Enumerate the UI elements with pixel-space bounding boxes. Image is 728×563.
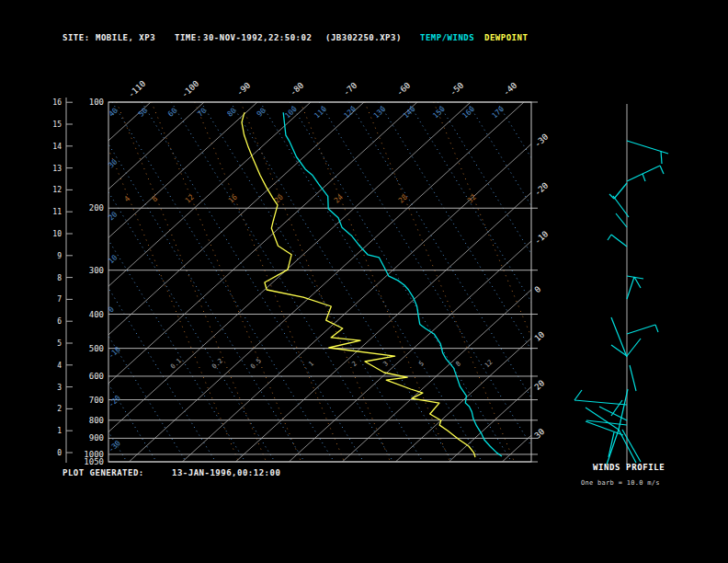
pressure-labels: 10020030040050060070080090010001050: [84, 98, 104, 466]
svg-text:-10: -10: [533, 229, 551, 246]
plot-generated-value: 13-JAN-1996,00:12:00: [172, 468, 280, 477]
svg-text:16: 16: [227, 192, 239, 204]
svg-text:0: 0: [57, 449, 62, 457]
svg-text:7: 7: [57, 295, 62, 304]
svg-text:-20: -20: [107, 394, 122, 409]
svg-text:2: 2: [57, 405, 62, 413]
svg-text:140: 140: [402, 105, 417, 121]
svg-text:900: 900: [89, 433, 104, 442]
plot-generated-label: PLOT GENERATED:: [63, 468, 144, 477]
svg-text:120: 120: [343, 105, 358, 121]
svg-text:1: 1: [57, 427, 62, 435]
dewpoint-curve-line: [242, 112, 475, 457]
svg-text:-80: -80: [289, 81, 306, 98]
svg-text:400: 400: [89, 310, 104, 319]
svg-text:24: 24: [333, 192, 345, 204]
svg-text:110: 110: [313, 105, 328, 121]
svg-text:170: 170: [491, 105, 506, 121]
moist-adiabat-labels: 48121620242832: [122, 192, 478, 204]
svg-text:100: 100: [89, 98, 104, 107]
svg-text:0.2: 0.2: [210, 357, 224, 370]
svg-text:150: 150: [431, 105, 447, 121]
svg-text:20: 20: [533, 378, 547, 392]
svg-text:-60: -60: [395, 81, 413, 98]
svg-text:12: 12: [483, 359, 495, 370]
svg-text:15: 15: [52, 121, 62, 129]
svg-text:0: 0: [533, 284, 543, 294]
svg-text:40: 40: [108, 106, 119, 118]
svg-text:200: 200: [89, 203, 104, 213]
svg-text:-50: -50: [449, 81, 466, 98]
svg-text:4: 4: [122, 194, 131, 203]
svg-text:600: 600: [89, 372, 104, 381]
svg-text:10: 10: [52, 230, 62, 238]
svg-text:300: 300: [89, 266, 104, 275]
svg-text:3: 3: [57, 384, 62, 392]
svg-text:-30: -30: [533, 132, 551, 149]
svg-text:130: 130: [372, 105, 388, 121]
temperature-curve: [283, 112, 502, 456]
svg-text:60: 60: [166, 106, 178, 118]
svg-text:10: 10: [533, 329, 547, 343]
svg-text:0.1: 0.1: [169, 357, 183, 370]
svg-text:1050: 1050: [84, 457, 104, 466]
svg-text:0.5: 0.5: [249, 357, 263, 370]
plot-border: [108, 102, 531, 462]
winds-profile-title: WINDS PROFILE: [593, 463, 665, 472]
svg-text:-10: -10: [107, 345, 122, 361]
temperature-curve-line: [283, 112, 502, 456]
svg-text:6: 6: [57, 317, 62, 326]
moist-adiabats: [89, 102, 584, 462]
svg-text:50: 50: [137, 106, 149, 118]
skewt-sounding-screen: SITE: MOBILE, XP3 TIME: 30-NOV-1992,22:5…: [0, 0, 728, 563]
svg-text:-30: -30: [107, 439, 122, 454]
svg-text:80: 80: [226, 106, 238, 118]
isotherms: [0, 102, 728, 462]
svg-text:-110: -110: [127, 79, 148, 99]
right-temp-labels: -30-20-100102030: [533, 132, 551, 441]
dewpoint-curve: [242, 112, 475, 457]
svg-text:90: 90: [256, 106, 267, 118]
svg-text:800: 800: [89, 416, 104, 425]
svg-text:-70: -70: [342, 81, 359, 98]
svg-text:14: 14: [52, 143, 62, 151]
dry-adiabats: [0, 102, 719, 462]
svg-text:5: 5: [417, 360, 426, 368]
svg-text:9: 9: [57, 252, 62, 260]
svg-text:5: 5: [57, 339, 62, 348]
svg-text:11: 11: [52, 208, 62, 216]
svg-text:160: 160: [461, 105, 476, 121]
svg-text:12: 12: [184, 192, 196, 204]
svg-text:-20: -20: [533, 180, 551, 197]
svg-text:-100: -100: [180, 79, 201, 99]
winds-profile-caption: One barb = 10.0 m/s: [581, 479, 660, 487]
height-axis: 012345678910111213141516: [52, 98, 73, 463]
svg-text:4: 4: [57, 362, 62, 370]
svg-text:2: 2: [350, 360, 358, 368]
svg-text:8: 8: [57, 274, 62, 282]
svg-text:1: 1: [307, 360, 315, 368]
svg-text:3: 3: [381, 360, 390, 368]
svg-text:-40: -40: [502, 81, 519, 98]
dry-adiabat-labels: 4050607080901001101201301401501601703020…: [107, 105, 506, 454]
svg-text:13: 13: [52, 165, 62, 173]
svg-text:100: 100: [283, 105, 299, 121]
svg-text:12: 12: [52, 186, 62, 194]
wind-barbs: [574, 104, 668, 465]
svg-text:20: 20: [273, 192, 285, 204]
pressure-lines: [108, 102, 538, 462]
svg-text:700: 700: [89, 396, 104, 405]
svg-text:16: 16: [52, 98, 62, 107]
svg-text:-90: -90: [235, 81, 253, 98]
top-temp-labels: -110-100-90-80-70-60-50-40: [127, 79, 519, 99]
svg-text:8: 8: [454, 360, 462, 368]
svg-text:500: 500: [89, 344, 104, 353]
svg-text:28: 28: [397, 192, 409, 204]
